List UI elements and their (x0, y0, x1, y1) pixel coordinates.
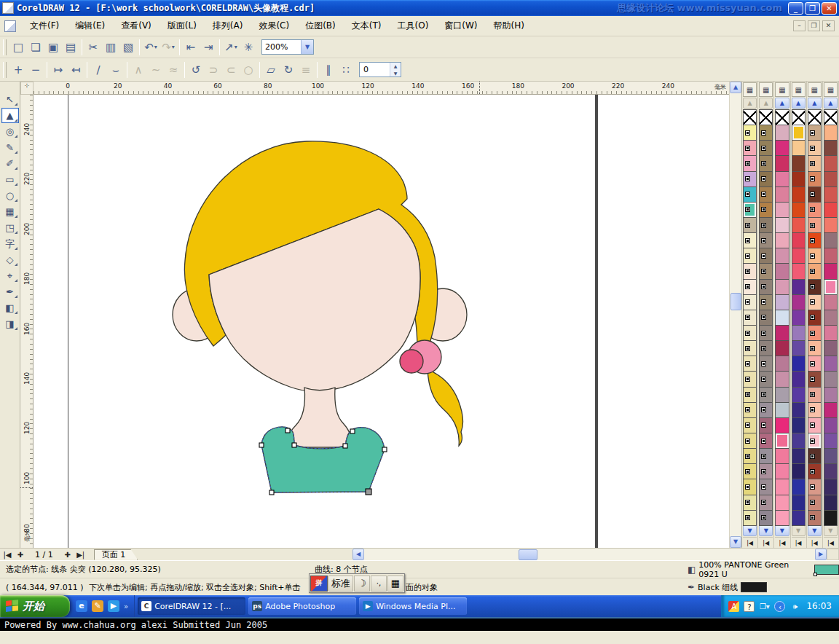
color-swatch[interactable] (743, 125, 757, 141)
painter-icon[interactable]: ✎ (92, 600, 103, 612)
color-swatch[interactable] (824, 232, 838, 248)
color-swatch[interactable] (808, 279, 822, 295)
color-swatch[interactable] (792, 448, 805, 464)
shape-tool[interactable]: ▲ (1, 108, 19, 123)
color-swatch[interactable] (792, 202, 805, 218)
color-swatch[interactable] (792, 248, 805, 264)
save-button[interactable]: ▣ (44, 39, 62, 56)
color-swatch[interactable] (759, 310, 773, 326)
selected-color-swatch[interactable] (824, 279, 838, 295)
color-swatch[interactable] (792, 495, 805, 511)
color-swatch[interactable] (759, 263, 773, 279)
freehand-tool[interactable]: ✎ (1, 140, 19, 155)
color-swatch[interactable] (824, 402, 838, 418)
color-swatch[interactable] (775, 463, 789, 479)
palette-options-icon[interactable]: ▦ (808, 82, 822, 97)
selected-color-swatch[interactable] (775, 433, 789, 449)
restore-button[interactable]: ❐ (805, 2, 820, 15)
color-swatch[interactable] (759, 340, 773, 356)
copy-button[interactable]: ▥ (102, 39, 119, 56)
color-swatch[interactable] (759, 325, 773, 341)
color-swatch[interactable] (759, 463, 773, 479)
palette-scroll-up-icon[interactable]: ▲ (775, 98, 789, 109)
color-swatch[interactable] (743, 325, 757, 341)
no-color-swatch[interactable] (759, 109, 773, 125)
ponytail-shape[interactable] (428, 369, 462, 446)
color-swatch[interactable] (824, 495, 838, 511)
color-swatch[interactable] (792, 433, 805, 449)
color-swatch[interactable] (775, 310, 789, 326)
color-swatch[interactable] (743, 263, 757, 279)
color-swatch[interactable] (759, 294, 773, 310)
task-button-adobe-photoshop[interactable]: psAdobe Photoshop (248, 597, 356, 615)
basic-shapes-tool[interactable]: ◳ (1, 220, 19, 235)
extract-subpath-button[interactable]: ⊂ (222, 61, 240, 79)
color-swatch[interactable] (743, 463, 757, 479)
import-button[interactable]: ⇤ (182, 39, 200, 56)
color-swatch[interactable] (792, 232, 805, 248)
color-swatch[interactable] (808, 371, 822, 387)
color-swatch[interactable] (824, 479, 838, 495)
property-bar-grip[interactable] (3, 62, 7, 78)
color-swatch[interactable] (824, 448, 838, 464)
node-handle[interactable] (259, 443, 264, 447)
color-swatch[interactable] (808, 125, 822, 141)
color-swatch[interactable] (759, 479, 773, 495)
no-color-swatch[interactable] (808, 109, 822, 125)
palette-scroll-up-icon[interactable]: ▲ (759, 98, 773, 109)
color-swatch[interactable] (759, 387, 773, 403)
color-swatch[interactable] (808, 232, 822, 248)
color-swatch[interactable] (808, 155, 822, 171)
color-swatch[interactable] (775, 217, 789, 233)
horizontal-scroll-thumb[interactable] (519, 549, 537, 560)
minimize-button[interactable]: _ (788, 2, 803, 15)
extend-curve-button[interactable]: ⊃ (205, 61, 222, 79)
color-swatch[interactable] (775, 232, 789, 248)
palette-options-icon[interactable]: ▦ (743, 82, 757, 97)
menu-窗口W[interactable]: 窗口(W) (436, 17, 485, 35)
palette-skip-start-icon[interactable]: |◀ (759, 537, 773, 548)
color-swatch[interactable] (775, 356, 789, 372)
color-swatch[interactable] (743, 294, 757, 310)
color-swatch[interactable] (743, 417, 757, 433)
close-button[interactable]: ✕ (822, 2, 837, 15)
palette-options-icon[interactable]: ▦ (775, 82, 789, 97)
color-swatch[interactable] (792, 140, 805, 156)
interactive-fill-tool[interactable]: ◨ (1, 316, 19, 331)
vertical-scroll-thumb[interactable] (730, 293, 741, 310)
color-swatch[interactable] (759, 248, 773, 264)
ie-icon[interactable]: e (76, 600, 87, 612)
ruler-origin-button[interactable]: ⊹ (20, 82, 34, 95)
curve-smoothness-spinner[interactable]: 0 ▲▼ (359, 62, 401, 77)
color-swatch[interactable] (808, 248, 822, 264)
color-swatch[interactable] (792, 263, 805, 279)
color-swatch[interactable] (824, 371, 838, 387)
color-swatch[interactable] (824, 202, 838, 218)
ime-fullwidth-icon[interactable]: ☽ (354, 576, 370, 592)
menu-查看V[interactable]: 查看(V) (113, 17, 159, 35)
color-swatch[interactable] (759, 448, 773, 464)
open-button[interactable]: ❏ (27, 39, 44, 56)
color-swatch[interactable] (808, 463, 822, 479)
smart-drawing-tool[interactable]: ✐ (1, 156, 19, 171)
menu-版面L[interactable]: 版面(L) (159, 17, 205, 35)
ime-language-bar[interactable]: 拼 标准 ☽ ·, ▦ (309, 573, 405, 593)
palette-skip-start-icon[interactable]: |◀ (743, 537, 757, 548)
color-swatch[interactable] (759, 202, 773, 218)
color-swatch[interactable] (792, 310, 805, 326)
menu-文本T[interactable]: 文本(T) (344, 17, 390, 35)
new-document-button[interactable]: □ (9, 39, 27, 56)
corel-online-button[interactable]: ✳ (240, 39, 257, 56)
color-swatch[interactable] (775, 417, 789, 433)
color-swatch[interactable] (743, 371, 757, 387)
palette-options-icon[interactable]: ▦ (824, 82, 838, 97)
menu-文件F[interactable]: 文件(F) (22, 17, 67, 35)
menu-排列A[interactable]: 排列(A) (205, 17, 251, 35)
cut-button[interactable]: ✂ (84, 39, 102, 56)
media-player-icon[interactable]: ▶ (108, 600, 119, 612)
color-swatch[interactable] (824, 340, 838, 356)
dropdown-caret-icon[interactable]: ▾ (154, 44, 157, 50)
color-swatch[interactable] (775, 171, 789, 187)
palette-scroll-down-icon[interactable]: ▼ (808, 525, 822, 536)
ime-logo-icon[interactable]: 拼 (310, 576, 328, 592)
